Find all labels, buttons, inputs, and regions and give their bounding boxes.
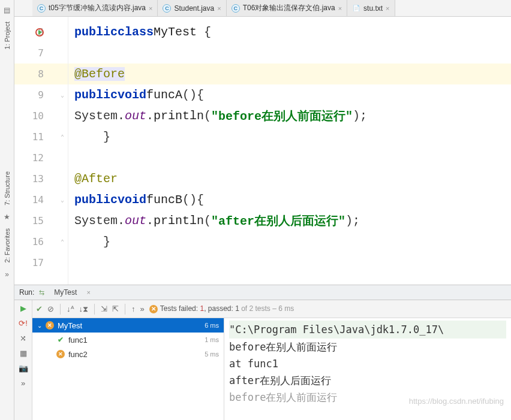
show-passed-icon[interactable]: ✔	[36, 304, 43, 313]
close-icon[interactable]: ×	[149, 5, 152, 12]
tab-label: Student.java	[174, 4, 214, 13]
rerun-failed-icon[interactable]: ⟳!	[19, 319, 28, 328]
close-icon[interactable]: ×	[217, 5, 221, 12]
status-fail-icon: ✕	[46, 321, 54, 330]
left-tool-rail: ▤ 1: Project 7: Structure ★ 2: Favorites…	[0, 0, 14, 420]
test-name: MyTest	[58, 321, 82, 330]
rerun-icon[interactable]: ▶	[20, 304, 26, 313]
gutter-line[interactable]: 15	[14, 210, 68, 231]
code-editor[interactable]: 6 7 8 9⌄ 10 11⌃ 12 13 14⌄ 15 16⌃ 17 publ…	[14, 17, 511, 285]
test-node[interactable]: ✔ func1 1 ms	[32, 333, 224, 347]
test-duration: 5 ms	[205, 350, 219, 358]
line-number: 12	[32, 152, 44, 164]
gutter-line[interactable]: 12	[14, 147, 68, 168]
line-number: 10	[32, 110, 44, 122]
console-line: after在别人后面运行	[229, 372, 506, 389]
test-node-root[interactable]: ⌄ ✕ MyTest 6 ms	[32, 318, 224, 333]
gutter-line[interactable]: 10	[14, 105, 68, 126]
console-line: before在别人前面运行	[229, 339, 506, 355]
test-tree[interactable]: ⌄ ✕ MyTest 6 ms ✔ func1 1 ms	[32, 318, 224, 420]
gutter-line[interactable]: 14⌄	[14, 189, 68, 210]
more-icon[interactable]: »	[140, 304, 145, 313]
svg-marker-1	[38, 30, 42, 35]
console-output[interactable]: "C:\Program Files\Java\jdk1.7.0_17\ befo…	[224, 318, 511, 420]
run-gutter-icon[interactable]	[35, 28, 44, 37]
line-number: 17	[32, 257, 44, 268]
code-area[interactable]: public class MyTest { @Before public voi…	[68, 17, 511, 285]
prev-icon[interactable]: ↑	[131, 304, 136, 313]
tab-label: t05字节缓冲输入流读内容.java	[49, 3, 146, 13]
line-number: 13	[32, 173, 44, 185]
tab-label: stu.txt	[363, 4, 383, 13]
annotation-after: @After	[74, 172, 118, 186]
structure-tool-button[interactable]: 7: Structure	[4, 167, 11, 210]
fold-icon[interactable]: ⌃	[61, 134, 64, 140]
annotation-before: @Before	[74, 67, 125, 81]
gutter-line[interactable]: 6	[14, 22, 68, 43]
run-tool-header: Run: ⇆ MyTest ×	[14, 285, 511, 300]
status-pass-icon: ✔	[56, 336, 65, 344]
gutter-line[interactable]: 13	[14, 168, 68, 189]
test-name: func1	[68, 336, 88, 345]
line-number: 7	[38, 47, 44, 59]
java-class-icon: C	[163, 4, 171, 13]
export-icon[interactable]: 📷	[19, 364, 28, 373]
run-config-icon[interactable]: ⇆	[39, 289, 44, 297]
line-number: 9	[38, 89, 44, 101]
favorites-tool-button[interactable]: 2: Favorites	[4, 223, 11, 267]
fold-icon[interactable]: ⌄	[61, 197, 64, 203]
tab-label: T06对象输出流保存文伯.java	[243, 3, 335, 13]
test-summary: ✕Tests failed: 1, passed: 1 of 2 tests –…	[149, 304, 294, 313]
show-ignored-icon[interactable]: ⊘	[47, 304, 54, 313]
line-number: 8	[38, 68, 44, 80]
run-tab[interactable]: MyTest	[49, 287, 82, 298]
sort-duration-icon[interactable]: ↓⧗	[79, 304, 89, 314]
gutter-line[interactable]: 7	[14, 43, 68, 64]
gutter-line[interactable]: 16⌃	[14, 231, 68, 252]
expand-all-icon[interactable]: ⇲	[101, 304, 107, 313]
chevron-down-icon[interactable]: ⌄	[37, 322, 42, 329]
gutter-line[interactable]: 9⌄	[14, 84, 68, 105]
gutter-line[interactable]: 8	[14, 64, 68, 84]
toggle-auto-icon[interactable]: ⤨	[20, 334, 26, 343]
run-left-toolbar: ▶ ⟳! ⤨ ▦ 📷 »	[14, 300, 32, 420]
collapse-all-icon[interactable]: ⇱	[112, 304, 119, 313]
close-icon[interactable]: ×	[338, 5, 342, 12]
java-class-icon: C	[37, 4, 46, 13]
gutter-line[interactable]: 17	[14, 252, 68, 273]
text-file-icon: 📄	[352, 4, 360, 13]
run-toolbar: ✔ ⊘ ↓ᴬ ↓⧗ ⇲ ⇱ ↑ » ✕Tests failed: 1, pass…	[32, 300, 511, 318]
console-line: before在别人前面运行	[229, 389, 506, 406]
console-line: at func1	[229, 355, 506, 372]
more-icon[interactable]: »	[21, 379, 25, 388]
editor-tab[interactable]: C T06对象输出流保存文伯.java ×	[227, 0, 347, 16]
line-number: 11	[32, 131, 44, 143]
test-duration: 6 ms	[205, 322, 219, 329]
tests-failed-icon: ✕	[149, 305, 158, 313]
status-fail-icon: ✕	[56, 350, 65, 358]
editor-tabs-bar: C t05字节缓冲输入流读内容.java × C Student.java × …	[14, 0, 511, 17]
line-number: 15	[32, 215, 44, 226]
java-class-icon: C	[232, 4, 240, 13]
line-number: 14	[32, 194, 44, 206]
close-icon[interactable]: ×	[86, 289, 90, 296]
editor-tab[interactable]: 📄 stu.txt ×	[347, 0, 395, 16]
editor-tab[interactable]: C t05字节缓冲输入流读内容.java ×	[32, 0, 158, 16]
fold-icon[interactable]: ⌃	[61, 238, 64, 245]
console-line: "C:\Program Files\Java\jdk1.7.0_17\	[229, 321, 506, 339]
run-label: Run:	[19, 288, 34, 297]
project-tool-button[interactable]: 1: Project	[4, 17, 11, 54]
gutter-line[interactable]: 11⌃	[14, 126, 68, 147]
editor-gutter: 6 7 8 9⌄ 10 11⌃ 12 13 14⌄ 15 16⌃ 17	[14, 17, 68, 285]
test-duration: 1 ms	[205, 336, 219, 343]
star-icon: ★	[4, 213, 10, 221]
close-icon[interactable]: ×	[386, 5, 389, 12]
test-name: func2	[68, 350, 88, 359]
line-number: 16	[32, 236, 44, 247]
editor-tab[interactable]: C Student.java ×	[158, 0, 226, 16]
sort-alpha-icon[interactable]: ↓ᴬ	[67, 304, 74, 313]
fold-icon[interactable]: ⌄	[61, 92, 64, 98]
expand-icon[interactable]: »	[5, 270, 9, 279]
test-node[interactable]: ✕ func2 5 ms	[32, 347, 224, 361]
stop-icon[interactable]: ▦	[20, 349, 27, 358]
